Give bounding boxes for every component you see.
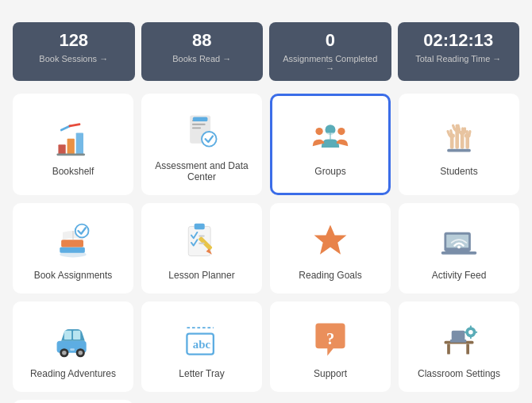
- svg-line-26: [451, 131, 452, 135]
- reading-goals-icon: [308, 219, 353, 263]
- tile-letter-tray[interactable]: abc Letter Tray: [141, 301, 262, 392]
- svg-rect-68: [450, 340, 466, 343]
- tile-bookshelf[interactable]: Bookshelf: [13, 94, 133, 195]
- svg-rect-38: [61, 240, 83, 247]
- svg-rect-9: [192, 127, 201, 129]
- svg-line-34: [469, 132, 470, 136]
- stat-label: Books Read →: [172, 54, 231, 63]
- stat-total-reading-time[interactable]: 02:12:13 Total Reading Time →: [398, 22, 520, 81]
- stat-number: 02:12:13: [407, 30, 511, 51]
- assessment-label: Assessment and Data Center: [151, 160, 253, 182]
- svg-rect-46: [199, 243, 204, 244]
- svg-rect-74: [475, 332, 478, 333]
- svg-point-13: [315, 128, 322, 135]
- svg-rect-1: [67, 139, 75, 155]
- tile-lesson-planner[interactable]: Lesson Planner: [141, 203, 262, 294]
- stat-number: 128: [22, 30, 125, 51]
- tile-reading-adventures[interactable]: Reading Adventures: [13, 301, 133, 392]
- lesson-planner-icon: [179, 219, 224, 263]
- tile-assessment[interactable]: Assessment and Data Center: [141, 94, 262, 195]
- reading-adventures-label: Reading Adventures: [30, 368, 116, 379]
- tile-grid: Bookshelf Assessment and Data Center Gro…: [13, 94, 519, 403]
- tile-reporting-center[interactable]: Reporting Center: [13, 400, 133, 403]
- students-label: Students: [440, 166, 477, 177]
- tile-support[interactable]: ? Support: [270, 301, 391, 392]
- svg-rect-0: [58, 144, 65, 155]
- svg-rect-71: [470, 325, 472, 328]
- stats-row: 128 Book Sessions → 88 Books Read → 0 As…: [13, 22, 519, 81]
- svg-rect-53: [64, 331, 71, 340]
- tile-students[interactable]: Students: [399, 94, 519, 195]
- svg-rect-73: [465, 332, 468, 333]
- tile-book-assignments[interactable]: Book Assignments: [13, 203, 133, 294]
- assessment-icon: [179, 109, 224, 154]
- svg-point-56: [62, 351, 67, 355]
- students-icon: [437, 115, 481, 159]
- svg-line-25: [448, 132, 449, 136]
- svg-rect-65: [447, 344, 450, 355]
- support-label: Support: [314, 368, 347, 379]
- svg-rect-67: [452, 331, 465, 341]
- support-icon: ?: [308, 317, 353, 362]
- svg-point-14: [337, 128, 345, 135]
- letter-tray-label: Letter Tray: [179, 368, 224, 379]
- stat-label: Assignments Completed →: [279, 54, 382, 73]
- svg-point-58: [79, 351, 83, 355]
- stat-assignments-completed[interactable]: 0 Assignments Completed →: [269, 22, 391, 81]
- groups-icon: [308, 115, 353, 159]
- classroom-settings-label: Classroom Settings: [418, 368, 500, 379]
- svg-rect-37: [60, 247, 85, 252]
- svg-rect-35: [447, 149, 471, 152]
- svg-rect-45: [199, 236, 204, 237]
- stat-book-sessions[interactable]: 128 Book Sessions →: [13, 22, 135, 81]
- svg-point-40: [75, 225, 89, 238]
- stat-books-read[interactable]: 88 Books Read →: [141, 22, 264, 81]
- reading-adventures-icon: [51, 317, 95, 362]
- svg-line-27: [453, 125, 455, 129]
- svg-rect-18: [455, 130, 459, 149]
- groups-label: Groups: [314, 166, 345, 177]
- reading-goals-label: Reading Goals: [299, 270, 361, 281]
- tile-groups[interactable]: Groups: [270, 94, 391, 195]
- svg-rect-54: [73, 331, 80, 340]
- svg-rect-11: [193, 117, 208, 121]
- svg-rect-2: [76, 132, 83, 155]
- svg-text:?: ?: [326, 330, 334, 347]
- tile-reading-goals[interactable]: Reading Goals: [270, 203, 391, 294]
- book-assignments-icon: [51, 219, 95, 263]
- svg-point-70: [468, 330, 473, 335]
- svg-rect-3: [57, 153, 85, 155]
- bookshelf-label: Bookshelf: [52, 166, 94, 177]
- svg-rect-8: [192, 124, 206, 125]
- tile-classroom-settings[interactable]: Classroom Settings: [399, 301, 519, 392]
- svg-text:abc: abc: [193, 338, 211, 351]
- lesson-planner-label: Lesson Planner: [168, 270, 234, 281]
- svg-rect-5: [68, 123, 80, 127]
- svg-marker-47: [314, 225, 347, 255]
- tile-activity-feed[interactable]: Activity Feed: [399, 203, 519, 294]
- svg-rect-66: [466, 344, 469, 355]
- svg-rect-42: [195, 224, 205, 229]
- bookshelf-icon: [51, 115, 95, 159]
- svg-line-30: [459, 129, 460, 132]
- stat-label: Book Sessions →: [39, 54, 108, 63]
- book-assignments-label: Book Assignments: [34, 270, 113, 281]
- activity-feed-label: Activity Feed: [432, 270, 487, 281]
- stat-label: Total Reading Time →: [415, 54, 501, 63]
- svg-point-51: [457, 246, 461, 249]
- activity-feed-icon: [437, 219, 481, 263]
- stat-number: 88: [151, 30, 254, 51]
- stat-number: 0: [279, 30, 382, 51]
- svg-rect-19: [461, 132, 465, 148]
- svg-rect-59: [70, 348, 75, 351]
- svg-rect-50: [441, 251, 477, 255]
- letter-tray-icon: abc: [179, 317, 224, 362]
- svg-rect-72: [470, 336, 472, 339]
- svg-point-10: [202, 132, 217, 147]
- classroom-settings-icon: [437, 317, 481, 362]
